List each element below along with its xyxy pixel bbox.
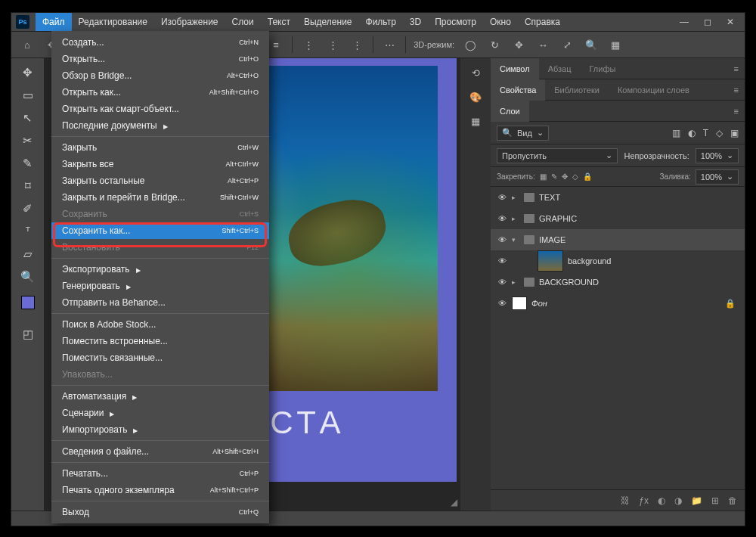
- lock-icon[interactable]: ▦: [540, 172, 547, 181]
- panel-menu-icon[interactable]: ≡: [728, 85, 745, 95]
- menuitem[interactable]: Открыть как...Alt+Shift+Ctrl+O: [51, 84, 269, 101]
- history-icon[interactable]: ⟲: [467, 64, 484, 81]
- tab-glyphs[interactable]: Глифы: [581, 58, 625, 79]
- type-tool[interactable]: ᵀ: [17, 222, 39, 241]
- menuitem[interactable]: Открыть как смарт-объект...: [51, 101, 269, 117]
- menu-layers[interactable]: Слои: [225, 13, 261, 31]
- menuitem[interactable]: Обзор в Bridge...Alt+Ctrl+O: [51, 67, 269, 84]
- crop-tool[interactable]: ✂: [17, 131, 39, 151]
- tab-properties[interactable]: Свойства: [491, 79, 545, 101]
- visibility-icon[interactable]: 👁: [497, 278, 507, 287]
- trash-icon[interactable]: 🗑: [728, 495, 737, 506]
- lock-icon[interactable]: ◇: [572, 172, 578, 181]
- menuitem[interactable]: Сценарии: [51, 405, 269, 421]
- foreground-color[interactable]: [21, 296, 35, 309]
- eyedropper-tool[interactable]: ✎: [17, 154, 39, 173]
- distribute-icon[interactable]: ⋮: [324, 36, 341, 53]
- frame-tool[interactable]: ⌑: [17, 176, 39, 196]
- menuitem[interactable]: Упаковать...: [51, 366, 269, 383]
- menuitem[interactable]: Поиск в Adobe Stock...: [51, 316, 269, 333]
- menuitem[interactable]: Печатать...Ctrl+P: [51, 465, 269, 482]
- link-icon[interactable]: ⛓: [621, 495, 630, 506]
- kind-filter[interactable]: 🔍Вид⌄: [497, 126, 549, 141]
- menuitem[interactable]: Импортировать: [51, 421, 269, 438]
- menuitem[interactable]: Печать одного экземпляраAlt+Shift+Ctrl+P: [51, 482, 269, 498]
- minimize-icon[interactable]: —: [680, 17, 689, 27]
- menu-view[interactable]: Просмотр: [428, 13, 483, 31]
- scale-icon[interactable]: ⤢: [559, 36, 575, 53]
- more-icon[interactable]: ⋯: [381, 36, 398, 53]
- maximize-icon[interactable]: ◻: [704, 17, 711, 27]
- layer-row[interactable]: 👁▸GRAPHIC: [491, 208, 745, 229]
- menu-help[interactable]: Справка: [518, 13, 567, 31]
- fill-input[interactable]: 100%⌄: [696, 169, 739, 185]
- menu-image[interactable]: Изображение: [154, 13, 225, 31]
- layer-row[interactable]: 👁▸BACKGROUND: [491, 272, 745, 293]
- menu-3d[interactable]: 3D: [403, 13, 428, 31]
- lock-icon[interactable]: ✎: [551, 172, 557, 181]
- move-tool[interactable]: ✥: [17, 63, 39, 82]
- menuitem[interactable]: ЗакрытьCtrl+W: [51, 139, 269, 156]
- workspace-icon[interactable]: ▦: [607, 36, 624, 53]
- quickmask-icon[interactable]: ◰: [17, 324, 39, 344]
- tab-paragraph[interactable]: Абзац: [539, 58, 581, 79]
- slide-icon[interactable]: ↔: [534, 36, 551, 53]
- menu-window[interactable]: Окно: [483, 13, 518, 31]
- menuitem[interactable]: Сохранить как...Shift+Ctrl+S: [51, 222, 269, 239]
- menuitem[interactable]: Поместить встроенные...: [51, 333, 269, 349]
- visibility-icon[interactable]: 👁: [497, 256, 507, 265]
- brush-tool[interactable]: ✐: [17, 199, 39, 219]
- new-layer-icon[interactable]: ⊞: [711, 495, 719, 506]
- tab-layercomps[interactable]: Композиции слоев: [609, 79, 699, 101]
- swatches-icon[interactable]: 🎨: [467, 88, 484, 105]
- menuitem[interactable]: Создать...Ctrl+N: [51, 34, 269, 51]
- fx-icon[interactable]: ƒx: [639, 495, 649, 506]
- menu-file[interactable]: Файл: [36, 13, 72, 31]
- search-icon[interactable]: 🔍: [583, 36, 600, 53]
- menuitem[interactable]: Автоматизация: [51, 388, 269, 405]
- align-icon[interactable]: ≡: [268, 36, 284, 53]
- zoom-tool[interactable]: 🔍: [17, 267, 39, 287]
- menu-select[interactable]: Выделение: [297, 13, 359, 31]
- menu-filter[interactable]: Фильтр: [359, 13, 403, 31]
- shape-tool[interactable]: ▱: [17, 244, 39, 264]
- layer-row[interactable]: 👁background: [491, 250, 745, 272]
- filter-smart-icon[interactable]: ▣: [730, 128, 739, 138]
- menuitem[interactable]: ВыходCtrl+Q: [51, 504, 269, 520]
- tab-character[interactable]: Символ: [491, 58, 539, 79]
- visibility-icon[interactable]: 👁: [497, 214, 507, 223]
- filter-shape-icon[interactable]: ◇: [716, 128, 723, 138]
- layer-row[interactable]: 👁Фон🔒: [491, 293, 745, 314]
- tab-libraries[interactable]: Библиотеки: [545, 79, 609, 101]
- marquee-tool[interactable]: ▭: [17, 85, 39, 105]
- menuitem[interactable]: Генерировать: [51, 278, 269, 294]
- home-icon[interactable]: ⌂: [19, 36, 36, 53]
- menu-edit[interactable]: Редактирование: [72, 13, 154, 31]
- panel-menu-icon[interactable]: ≡: [728, 64, 745, 73]
- menuitem[interactable]: ВосстановитьF12: [51, 239, 269, 256]
- visibility-icon[interactable]: 👁: [497, 235, 507, 244]
- layer-row[interactable]: 👁▸TEXT: [491, 187, 745, 208]
- distribute-icon[interactable]: ⋮: [349, 36, 365, 53]
- menuitem[interactable]: Поместить связанные...: [51, 349, 269, 366]
- distribute-icon[interactable]: ⋮: [300, 36, 317, 53]
- orbit-icon[interactable]: ◯: [462, 36, 479, 53]
- menuitem[interactable]: Закрыть остальныеAlt+Ctrl+P: [51, 172, 269, 189]
- layer-row[interactable]: 👁▾IMAGE: [491, 229, 745, 250]
- tab-layers[interactable]: Слои: [491, 101, 529, 122]
- menuitem[interactable]: Экспортировать: [51, 261, 269, 278]
- visibility-icon[interactable]: 👁: [497, 193, 507, 202]
- menuitem[interactable]: Закрыть и перейти в Bridge...Shift+Ctrl+…: [51, 189, 269, 206]
- lasso-tool[interactable]: ↖: [17, 108, 39, 128]
- filter-type-icon[interactable]: T: [703, 128, 708, 138]
- menuitem[interactable]: Открыть...Ctrl+O: [51, 51, 269, 67]
- menu-text[interactable]: Текст: [261, 13, 297, 31]
- menuitem[interactable]: Отправить на Behance...: [51, 294, 269, 311]
- lock-icon[interactable]: 🔒: [583, 172, 592, 181]
- grid-icon[interactable]: ▦: [467, 113, 484, 129]
- resize-handle-icon[interactable]: ◢: [451, 497, 457, 508]
- blend-mode[interactable]: Пропустить⌄: [497, 148, 618, 163]
- panel-menu-icon[interactable]: ≡: [728, 107, 745, 116]
- group-icon[interactable]: 📁: [691, 495, 702, 506]
- pan-icon[interactable]: ✥: [510, 36, 527, 53]
